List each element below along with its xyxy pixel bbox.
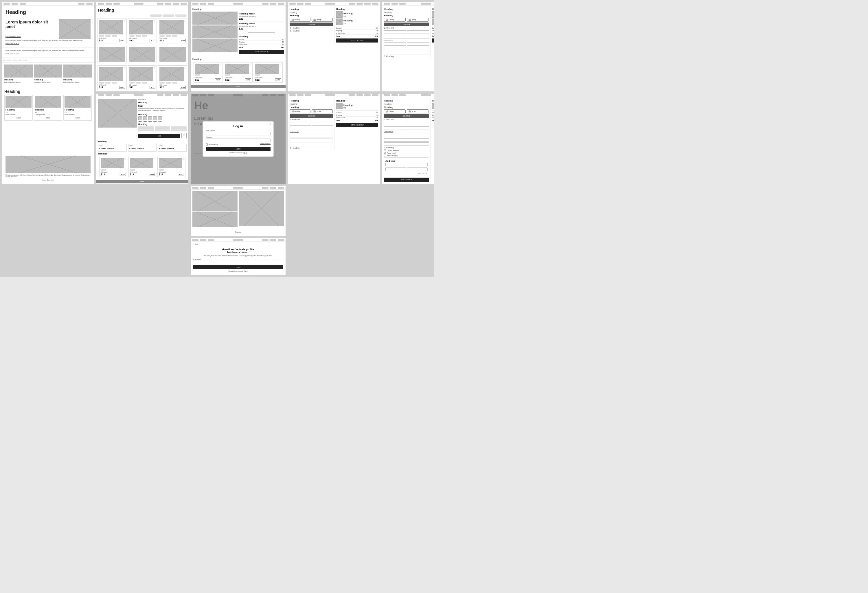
forgot-link[interactable]: Forgot password? [260, 143, 270, 146]
add-btn[interactable]: ADD [180, 39, 186, 42]
hero-bottom-link[interactable]: Learn about wine [6, 179, 90, 181]
pickup-btn[interactable]: 🏬 Pickup [311, 18, 332, 22]
product-item [97, 46, 127, 63]
filter-pill[interactable] [162, 15, 174, 17]
close-modal-btn[interactable]: ✕ [269, 122, 272, 125]
login-btn[interactable]: LOGIN [206, 147, 270, 151]
surname-input[interactable] [407, 30, 429, 34]
taste-login-btn[interactable]: LOGIN [193, 265, 283, 269]
name-input-2[interactable] [289, 122, 311, 125]
heart-icon[interactable]: ♡ [123, 20, 125, 22]
hero-body1: Lorem ipsum dolor sit amet, consectetur … [6, 40, 90, 42]
hero-body2: Lorem ipsum dolor sit amet, consectetur … [6, 50, 90, 52]
taste-email-input[interactable] [193, 261, 283, 264]
filter-pill[interactable] [175, 15, 187, 17]
cart-thumb-5 [432, 103, 434, 109]
postcode-input-2[interactable] [312, 134, 334, 137]
checkout-btn-2[interactable]: GO TO CHECKOUT [336, 38, 378, 43]
city-input-2[interactable] [289, 139, 333, 142]
phone-input-2[interactable] [289, 143, 333, 146]
swatch[interactable] [158, 116, 162, 120]
hero-link1[interactable]: Check your taste profile [6, 35, 57, 37]
taste-signin-link[interactable]: Sign in [244, 270, 248, 272]
surname-input-2[interactable] [312, 122, 334, 125]
nav-label-3[interactable] [20, 3, 26, 4]
svg-line-1 [59, 19, 90, 39]
checkout-btn-3[interactable]: GO TO CHECKOUT [432, 38, 434, 43]
suburb-input-3[interactable] [384, 134, 406, 137]
address-input-2[interactable] [289, 127, 333, 130]
svg-line-4 [39, 65, 57, 78]
suburb-input[interactable] [384, 42, 406, 46]
name-input-3[interactable] [384, 122, 406, 125]
swatch[interactable] [148, 116, 152, 120]
card-number-input[interactable] [385, 163, 428, 166]
pickup-btn-3[interactable]: 🏬 Pickup [311, 109, 332, 114]
add-btn[interactable]: ADD [150, 39, 156, 42]
city-input[interactable] [384, 47, 429, 50]
filter-pill[interactable] [150, 15, 162, 17]
hero-link2[interactable]: Get to know us better [6, 43, 90, 44]
place-order-btn[interactable]: PLACE ORDER [384, 178, 429, 181]
wishlist-btn[interactable]: ♡ [182, 133, 187, 138]
radio-applepay[interactable] [384, 155, 386, 156]
continue-btn-4[interactable]: CONTINUE [384, 114, 429, 118]
svg-line-38 [198, 39, 232, 52]
postcode-input[interactable] [407, 42, 429, 46]
svg-line-58 [131, 158, 151, 168]
name-input[interactable] [384, 30, 406, 34]
nav-label-2[interactable] [12, 3, 18, 4]
swatch[interactable] [138, 116, 142, 120]
checkout-btn-4[interactable]: GO TO CHECKOUT [336, 123, 378, 127]
signup-link[interactable]: Sign up [243, 152, 247, 153]
delivery-btn-3[interactable]: 🚚 Delivery [289, 109, 310, 114]
address-input[interactable] [384, 35, 429, 38]
checkout-btn[interactable]: GO TO CHECKOUT [239, 50, 284, 54]
svg-line-54 [100, 99, 135, 128]
nav-detail [191, 2, 286, 6]
surname-input-3[interactable] [407, 122, 429, 125]
cvv-input[interactable] [407, 168, 428, 171]
pickup-btn-4[interactable]: 🏬 Pickup [407, 109, 428, 114]
address-input-3[interactable] [384, 127, 429, 130]
footer: Footer [191, 85, 286, 88]
nav-label-1[interactable] [3, 3, 10, 4]
product-thumb-2: Heading Lorem ipsum dolor sit amet... [34, 65, 62, 84]
radio-card[interactable] [384, 149, 386, 151]
heart-icon[interactable]: ♡ [154, 20, 155, 22]
product-item: ♡ 90% match $12 ADD [157, 157, 186, 177]
continue-btn[interactable]: CONTINUE [289, 22, 333, 26]
password-input[interactable] [206, 139, 270, 142]
swatch[interactable] [143, 116, 147, 120]
phone-input-3[interactable] [384, 142, 429, 146]
hero-link3[interactable]: Get to know us better [6, 53, 90, 55]
svg-line-29 [99, 67, 123, 81]
postcode-input-3[interactable] [407, 134, 429, 137]
phone-input[interactable] [384, 51, 429, 55]
suburb-input-2[interactable] [289, 134, 311, 137]
continue-btn-2[interactable]: CONTINUE [384, 22, 429, 26]
city-input-3[interactable] [384, 138, 429, 142]
expiry-input[interactable] [385, 168, 406, 171]
add-btn[interactable]: ADD [119, 39, 125, 42]
nav-hero [2, 2, 94, 6]
svg-line-17 [99, 20, 123, 34]
add-to-cart-btn[interactable]: ADD [138, 134, 180, 138]
delivery-btn-2[interactable]: 🚚 Delivery [384, 18, 406, 22]
delivery-btn[interactable]: 🚚 Delivery [289, 18, 310, 22]
remember-checkbox[interactable] [206, 143, 208, 146]
delivery-btn-4[interactable]: 🚚 Delivery [384, 109, 406, 114]
nav-taste [191, 238, 286, 242]
remember-label: Remember me [209, 143, 218, 145]
modal-title: Log in [206, 124, 270, 128]
radio-paypal[interactable] [384, 152, 386, 154]
heart-icon[interactable]: ♡ [184, 20, 186, 22]
pickup-btn-2[interactable]: 🏬 Pickup [407, 18, 428, 22]
swatch[interactable] [153, 116, 157, 120]
continue-btn-3[interactable]: CONTINUE [289, 114, 333, 118]
nav-link-1[interactable] [78, 3, 84, 4]
svg-line-66 [198, 191, 232, 211]
svg-line-0 [59, 19, 90, 39]
email-input[interactable] [206, 132, 270, 136]
nav-link-2[interactable] [86, 3, 93, 4]
